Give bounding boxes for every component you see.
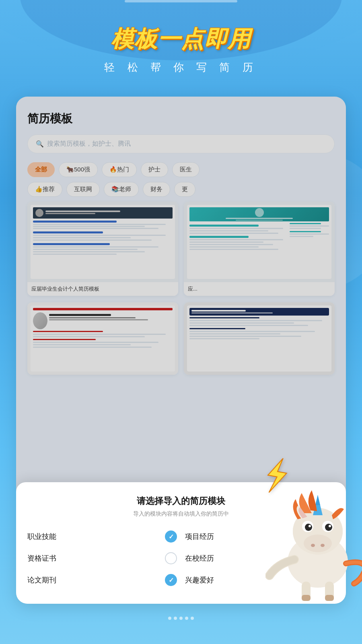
option-checkbox-2[interactable] <box>165 552 177 564</box>
popup-option-4[interactable]: 论文期刊 <box>27 572 177 588</box>
svg-point-8 <box>311 544 315 547</box>
title-area: 模板一点即用 轻 松 帮 你 写 简 历 <box>0 24 362 74</box>
option-checkbox-4[interactable] <box>165 574 177 586</box>
option-label-0: 职业技能 <box>27 532 56 541</box>
svg-rect-20 <box>302 595 311 601</box>
option-label-2: 资格证书 <box>27 553 56 563</box>
svg-point-7 <box>304 535 332 552</box>
svg-point-13 <box>325 524 332 531</box>
svg-rect-2 <box>125 0 237 2</box>
option-label-4: 论文期刊 <box>27 575 56 585</box>
popup-option-0[interactable]: 职业技能 <box>27 529 177 544</box>
svg-marker-17 <box>315 495 320 505</box>
sub-title: 轻 松 帮 你 写 简 历 <box>0 60 362 74</box>
option-label-1: 项目经历 <box>185 532 214 541</box>
unicorn-mascot <box>265 483 362 604</box>
svg-point-15 <box>329 525 331 527</box>
svg-rect-21 <box>325 595 334 601</box>
option-label-5: 兴趣爱好 <box>185 575 214 585</box>
bottom-dots <box>168 617 194 620</box>
svg-point-12 <box>305 524 312 531</box>
svg-point-9 <box>321 544 325 547</box>
option-checkbox-0[interactable] <box>165 530 177 543</box>
popup-option-2[interactable]: 资格证书 <box>27 551 177 566</box>
main-title: 模板一点即用 <box>0 24 362 55</box>
option-label-3: 在校经历 <box>185 553 214 563</box>
svg-point-14 <box>309 525 311 527</box>
